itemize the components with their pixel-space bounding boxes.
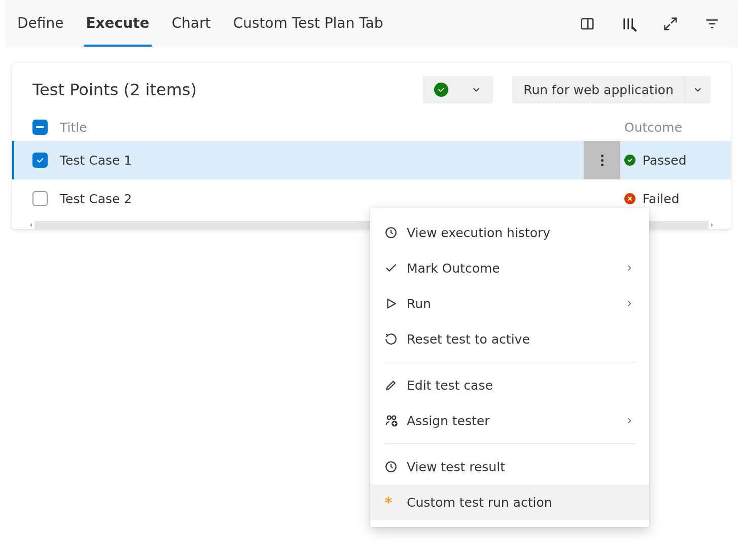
svg-point-17: [392, 416, 396, 420]
menu-item-view-execution-history[interactable]: View execution history: [370, 215, 649, 250]
fullscreen-icon[interactable]: [662, 15, 679, 32]
context-menu: View execution historyMark OutcomeRunRes…: [370, 208, 649, 527]
table-header: Title Outcome: [12, 114, 731, 141]
columns-icon[interactable]: [620, 15, 638, 32]
chevron-right-icon: [625, 296, 635, 311]
failed-icon: [624, 193, 635, 204]
passed-icon: [434, 83, 448, 97]
menu-item-label: Mark Outcome: [407, 261, 625, 276]
chevron-right-icon: [625, 261, 635, 276]
row-title: Test Case 1: [60, 153, 584, 168]
row-title: Test Case 2: [60, 192, 584, 206]
menu-item-label: Run: [407, 296, 625, 311]
play-icon: [384, 297, 407, 310]
svg-marker-13: [711, 223, 713, 227]
chevron-right-icon: [625, 414, 635, 428]
run-dropdown-chevron[interactable]: [685, 76, 711, 103]
svg-line-6: [665, 24, 670, 29]
toolbar-icons: [579, 15, 728, 32]
tab-execute[interactable]: Execute: [84, 2, 151, 47]
filter-icon[interactable]: [703, 15, 721, 32]
more-icon: [601, 155, 604, 166]
select-all-checkbox[interactable]: [32, 120, 48, 135]
tab-chart[interactable]: Chart: [170, 2, 213, 47]
column-title[interactable]: Title: [60, 120, 624, 135]
menu-item-label: Custom test run action: [407, 495, 625, 510]
run-button-group: Run for web application: [512, 76, 711, 103]
row-outcome: Failed: [643, 192, 680, 206]
panel-toggle-icon[interactable]: [579, 15, 596, 32]
row-outcome: Passed: [643, 153, 687, 168]
svg-marker-12: [30, 223, 32, 227]
menu-item-run[interactable]: Run: [370, 286, 649, 321]
svg-line-5: [671, 18, 676, 23]
row-checkbox[interactable]: [32, 153, 48, 168]
column-outcome[interactable]: Outcome: [624, 120, 711, 135]
table-row[interactable]: Test Case 1 Passed: [12, 141, 731, 179]
chevron-down-icon[interactable]: [459, 76, 493, 103]
menu-item-label: Reset test to active: [407, 332, 625, 347]
run-web-app-button[interactable]: Run for web application: [512, 76, 685, 103]
menu-item-assign-tester[interactable]: Assign tester: [370, 403, 649, 438]
menu-item-custom-test-run-action[interactable]: *Custom test run action: [370, 484, 649, 520]
menu-item-label: View test result: [407, 460, 625, 474]
history-icon: [384, 226, 407, 239]
tab-bar: Define Execute Chart Custom Test Plan Ta…: [5, 0, 738, 48]
menu-item-view-test-result[interactable]: View test result: [370, 449, 649, 484]
tab-custom-test-plan[interactable]: Custom Test Plan Tab: [231, 2, 385, 47]
scroll-right-arrow[interactable]: [709, 221, 716, 229]
menu-item-edit-test-case[interactable]: Edit test case: [370, 367, 649, 403]
menu-item-label: Edit test case: [407, 378, 625, 393]
menu-item-reset-test-to-active[interactable]: Reset test to active: [370, 321, 649, 357]
panel-header: Test Points (2 items) Run for web applic…: [12, 63, 731, 114]
tab-define[interactable]: Define: [15, 2, 65, 47]
menu-item-mark-outcome[interactable]: Mark Outcome: [370, 250, 649, 286]
menu-separator: [384, 443, 635, 444]
outcome-dropdown[interactable]: [423, 76, 493, 103]
menu-item-label: View execution history: [407, 226, 625, 240]
star-icon: *: [384, 494, 407, 511]
menu-separator: [384, 362, 635, 362]
test-points-panel: Test Points (2 items) Run for web applic…: [12, 63, 731, 229]
history-icon: [384, 460, 407, 473]
more-actions-button[interactable]: [584, 141, 620, 179]
refresh-icon: [384, 332, 407, 346]
menu-item-label: Assign tester: [407, 414, 625, 428]
assign-icon: [384, 414, 407, 428]
row-checkbox[interactable]: [32, 191, 48, 206]
panel-title: Test Points (2 items): [32, 80, 423, 99]
tabs: Define Execute Chart Custom Test Plan Ta…: [15, 2, 579, 47]
edit-icon: [384, 379, 407, 392]
svg-marker-15: [388, 299, 396, 308]
svg-point-16: [387, 416, 391, 420]
passed-icon: [624, 155, 635, 166]
check-icon: [384, 262, 407, 275]
scroll-left-arrow[interactable]: [27, 221, 34, 229]
